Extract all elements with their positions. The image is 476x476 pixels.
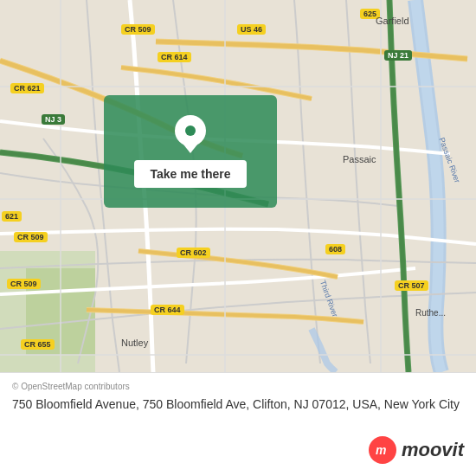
map-highlight-box: Take me there — [104, 95, 277, 208]
place-label-nutley: Nutley — [121, 338, 148, 348]
place-label-passaic: Passaic — [343, 154, 376, 164]
road-label-cr507: CR 507 — [395, 280, 428, 291]
map-attribution: © OpenStreetMap contributors — [12, 382, 464, 391]
road-label-cr621-top: CR 621 — [10, 83, 44, 93]
moovit-logo: m moovit — [369, 436, 464, 464]
place-label-rutherford: Ruthe... — [415, 308, 446, 318]
road-label-cr509-bot: CR 509 — [7, 279, 41, 289]
map-container: CR 509 US 46 625 CR 614 NJ 21 CR 621 NJ … — [0, 0, 476, 372]
location-pin — [175, 115, 206, 153]
road-label-cr655: CR 655 — [21, 339, 55, 350]
road-label-cr644: CR 644 — [151, 305, 184, 315]
road-label-cr621-bot: 621 — [2, 211, 22, 222]
pin-tail-icon — [183, 145, 197, 153]
pin-circle-icon — [175, 115, 206, 146]
road-label-cr608: 608 — [325, 244, 345, 254]
moovit-text: moovit — [402, 439, 464, 461]
svg-text:m: m — [376, 443, 386, 457]
road-label-cr509-top: CR 509 — [121, 24, 155, 35]
road-label-nj3: NJ 3 — [42, 114, 65, 125]
place-label-garfield: Garfield — [376, 16, 409, 26]
road-label-cr614: CR 614 — [158, 52, 191, 62]
road-label-us46: US 46 — [237, 24, 266, 35]
bottom-bar: © OpenStreetMap contributors 750 Bloomfi… — [0, 372, 476, 476]
road-label-cr602: CR 602 — [177, 248, 210, 258]
road-label-cr509-mid: CR 509 — [14, 232, 48, 242]
moovit-icon: m — [369, 436, 396, 464]
take-me-there-button[interactable]: Take me there — [134, 160, 246, 188]
road-label-nj21: NJ 21 — [384, 50, 412, 61]
